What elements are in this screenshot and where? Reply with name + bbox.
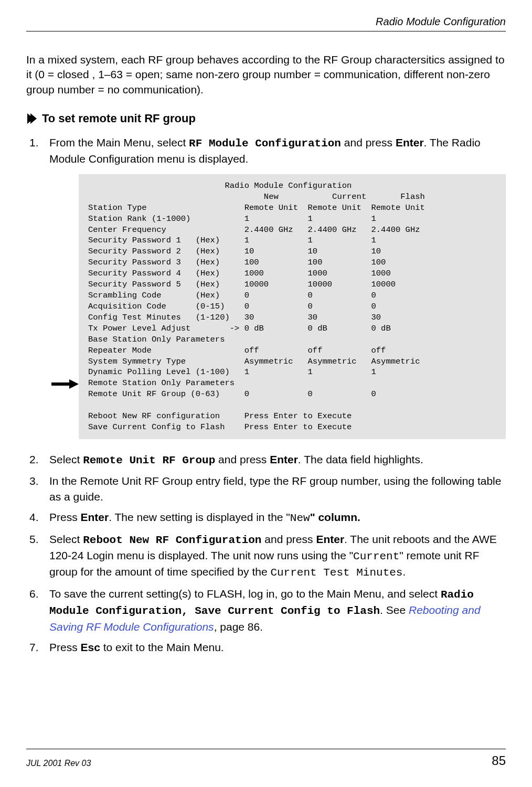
step-7-pre: Press: [49, 641, 81, 653]
page-footer: JUL 2001 Rev 03 85: [26, 753, 506, 768]
running-head: Radio Module Configuration: [26, 16, 506, 31]
footer-rule: [26, 749, 506, 749]
svg-marker-3: [69, 379, 79, 389]
step-5-post: .: [402, 566, 406, 578]
step-6-mid: . See: [380, 604, 409, 616]
step-1: From the Main Menu, select RF Module Con…: [26, 135, 506, 439]
intro-paragraph: In a mixed system, each RF group behaves…: [26, 52, 506, 97]
step-3: In the Remote Unit RF Group entry field,…: [26, 473, 506, 504]
step-2-pre: Select: [49, 453, 83, 465]
step-5-code2: Current Test Minutes: [270, 567, 402, 579]
step-7-key: Esc: [81, 641, 100, 653]
step-6: To save the current setting(s) to FLASH,…: [26, 586, 506, 634]
svg-marker-1: [30, 113, 37, 124]
header-rule: [26, 31, 506, 31]
step-6-pre: To save the current setting(s) to FLASH,…: [49, 588, 441, 600]
right-chevron-icon: [26, 112, 37, 125]
terminal-screen: Radio Module Configuration New Current F…: [79, 174, 506, 439]
step-3-text: In the Remote Unit RF Group entry field,…: [49, 475, 501, 502]
step-2-post: . The data field highlights.: [298, 453, 423, 465]
step-1-text-2: and press: [341, 136, 396, 148]
step-2: Select Remote Unit RF Group and press En…: [26, 452, 506, 468]
svg-rect-2: [51, 382, 69, 386]
step-1-cmd: RF Module Configuration: [189, 137, 341, 150]
page-number: 85: [492, 753, 506, 768]
terminal-wrap: Radio Module Configuration New Current F…: [79, 174, 506, 439]
step-2-mid: and press: [215, 453, 270, 465]
arrow-indicator-icon: [51, 377, 79, 392]
procedure-heading: To set remote unit RF group: [26, 112, 506, 125]
step-list: From the Main Menu, select RF Module Con…: [26, 135, 506, 655]
footer-revision: JUL 2001 Rev 03: [26, 759, 91, 768]
step-7: Press Esc to exit to the Main Menu.: [26, 640, 506, 655]
step-2-key: Enter: [270, 453, 298, 465]
step-4-mid: . The new setting is displayed in the ": [109, 511, 290, 523]
step-5-cmd: Reboot New RF Configuration: [83, 534, 261, 546]
step-5-code1: Current: [353, 550, 399, 562]
step-7-post: to exit to the Main Menu.: [100, 641, 224, 653]
step-1-text-1: From the Main Menu, select: [49, 136, 189, 148]
step-5-key: Enter: [316, 533, 344, 545]
step-2-cmd: Remote Unit RF Group: [83, 454, 215, 466]
step-6-post: , page 86.: [214, 621, 263, 633]
procedure-title: To set remote unit RF group: [42, 112, 196, 125]
step-1-key: Enter: [396, 136, 424, 148]
step-5: Select Reboot New RF Configuration and p…: [26, 531, 506, 581]
step-4-pre: Press: [49, 511, 81, 523]
step-5-mid1: and press: [261, 533, 316, 545]
step-4-key: Enter: [81, 511, 109, 523]
step-4: Press Enter. The new setting is displaye…: [26, 509, 506, 526]
step-5-pre: Select: [49, 533, 83, 545]
step-4-code: New: [290, 512, 310, 524]
step-4-post: " column.: [310, 511, 360, 523]
